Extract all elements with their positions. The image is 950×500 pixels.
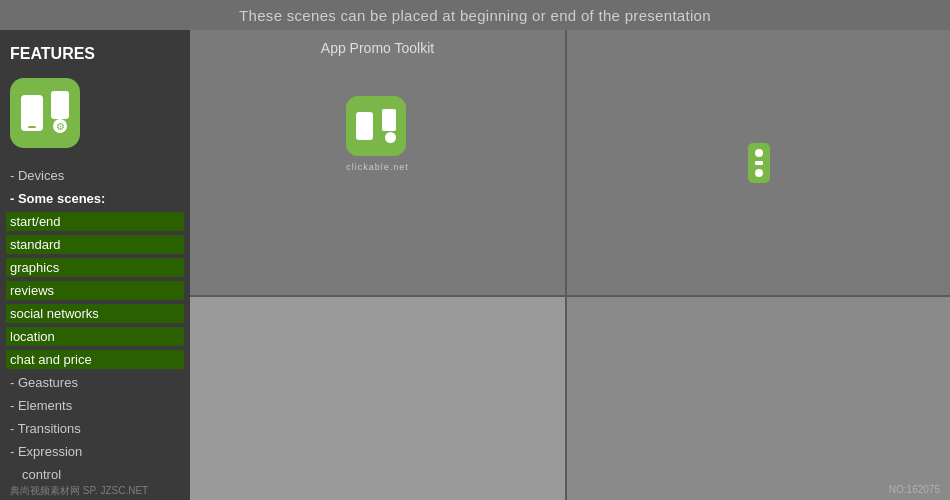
sidebar-item-transitions[interactable]: - Transitions: [10, 419, 180, 438]
promo-label: clickable.net: [346, 162, 409, 172]
main-content: App Promo Toolkit clickable.net: [190, 30, 950, 500]
top-subtitle-bar: These scenes can be placed at beginning …: [0, 0, 950, 30]
subtitle-text: These scenes can be placed at beginning …: [239, 7, 711, 24]
app-icon-inner: [19, 91, 71, 135]
sidebar-item-social-networks[interactable]: social networks: [6, 304, 184, 323]
promo-icon-bg: [346, 96, 406, 156]
cell-top-right: [567, 30, 950, 295]
gear-icon: [53, 119, 67, 133]
sgi-dot-2: [755, 169, 763, 177]
promo-icon-wrap: clickable.net: [346, 96, 409, 172]
sidebar-item-control[interactable]: control: [10, 465, 180, 484]
sidebar-item-graphics[interactable]: graphics: [6, 258, 184, 277]
features-title: FEATURES: [10, 45, 180, 63]
sidebar-item-location[interactable]: location: [6, 327, 184, 346]
pi-phone-sm-shape: [382, 109, 396, 131]
sidebar-item-reviews[interactable]: reviews: [6, 281, 184, 300]
pi-gear-shape: [385, 132, 396, 143]
sidebar-item-elements[interactable]: - Elements: [10, 396, 180, 415]
small-green-icon: [748, 143, 770, 183]
app-icon: [10, 78, 80, 148]
phone-left-shape: [21, 95, 43, 131]
phone-right-shape: [51, 91, 69, 119]
sidebar-item-expression[interactable]: - Expression: [10, 442, 180, 461]
sidebar: FEATURES - Devices - Some scenes: start/…: [0, 30, 190, 500]
sidebar-item-geastures[interactable]: - Geastures: [10, 373, 180, 392]
pi-phone-shape: [356, 112, 373, 140]
cell-bottom-left: [190, 297, 565, 500]
sgi-dot-1: [755, 149, 763, 157]
cell-bottom-right: [567, 297, 950, 500]
promo-icon-inner: [356, 109, 396, 143]
sidebar-item-start-end[interactable]: start/end: [6, 212, 184, 231]
sidebar-item-chat-and-price[interactable]: chat and price: [6, 350, 184, 369]
cell-app-promo: App Promo Toolkit clickable.net: [190, 30, 565, 295]
content-grid: App Promo Toolkit clickable.net: [190, 30, 950, 500]
sidebar-item-devices[interactable]: - Devices: [10, 166, 180, 185]
sgi-line: [755, 161, 763, 165]
sidebar-item-some-scenes[interactable]: - Some scenes:: [10, 189, 180, 208]
cell-app-promo-title: App Promo Toolkit: [321, 40, 434, 56]
sidebar-item-standard[interactable]: standard: [6, 235, 184, 254]
